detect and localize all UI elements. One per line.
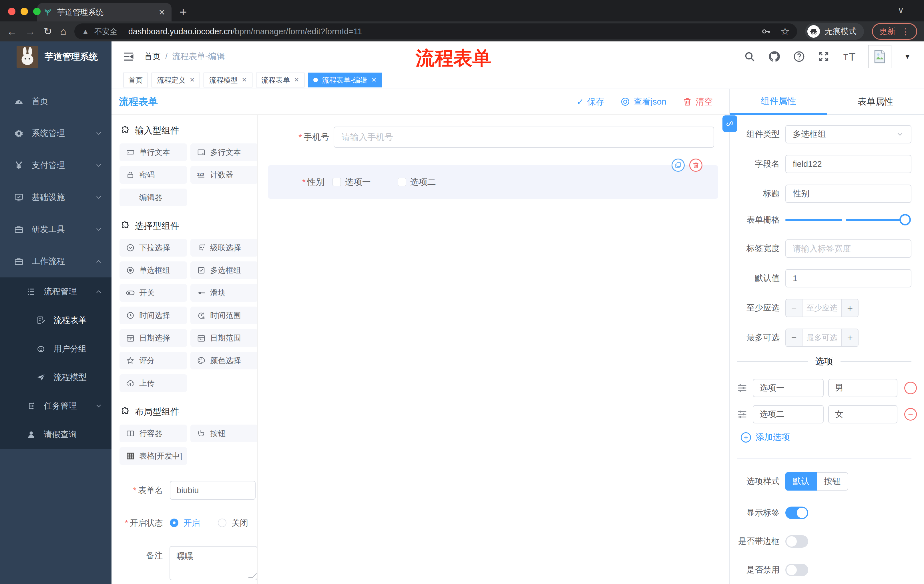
maximize-window-button[interactable] [33, 8, 41, 15]
palette-item-time-picker[interactable]: 时间选择 [119, 307, 187, 324]
min-select-stepper[interactable]: − 至少应选 ＋ [785, 299, 858, 317]
grid-slider[interactable] [785, 219, 909, 221]
plus-button[interactable]: ＋ [842, 329, 858, 346]
drag-handle-icon[interactable] [737, 383, 747, 393]
palette-item-button[interactable]: 按钮 [190, 424, 258, 442]
palette-item-row-container[interactable]: 行容器 [119, 424, 187, 442]
sidebar-item-home[interactable]: 首页 [0, 86, 112, 117]
github-icon[interactable] [768, 50, 780, 63]
palette-item-select[interactable]: 下拉选择 [119, 239, 187, 257]
phone-input[interactable]: 请输入手机号 [333, 127, 714, 148]
sidebar-item-process-model[interactable]: 流程模型 [0, 363, 112, 392]
browser-menu-icon[interactable]: ⋮ [901, 26, 910, 36]
delete-component-button[interactable] [689, 159, 703, 172]
sidebar-item-process-form[interactable]: 流程表单 [0, 306, 112, 335]
font-size-icon[interactable] [842, 51, 855, 63]
tab-form-props[interactable]: 表单属性 [827, 89, 924, 115]
sidebar-item-leave-query[interactable]: 请假查询 [0, 420, 112, 449]
avatar[interactable] [868, 45, 891, 68]
palette-item-rate[interactable]: 评分 [119, 352, 187, 369]
checkbox-icon[interactable] [398, 178, 406, 186]
radio-off[interactable] [218, 518, 226, 527]
palette-item-counter[interactable]: 计数器 [190, 166, 258, 184]
close-icon[interactable]: ✕ [294, 76, 299, 84]
palette-item-radio-group[interactable]: 单选框组 [119, 262, 187, 279]
minus-button[interactable]: − [786, 299, 802, 317]
drag-handle-icon[interactable] [737, 409, 747, 420]
home-button[interactable]: ⌂ [60, 25, 66, 38]
palette-item-editor[interactable]: 编辑器 [119, 189, 187, 206]
copy-component-button[interactable] [672, 159, 685, 172]
palette-item-password[interactable]: 密码 [119, 166, 187, 184]
avatar-caret-icon[interactable]: ▼ [904, 53, 911, 61]
close-window-button[interactable] [8, 8, 15, 15]
gender-checkbox-2[interactable]: 选项二 [398, 176, 436, 188]
palette-item-table[interactable]: 表格[开发中] [119, 447, 187, 465]
new-tab-button[interactable]: + [180, 5, 187, 19]
label-width-input[interactable] [785, 239, 911, 258]
border-toggle[interactable] [785, 535, 808, 548]
search-icon[interactable] [744, 51, 755, 62]
add-option-button[interactable]: + 添加选项 [741, 431, 911, 443]
help-icon[interactable] [793, 51, 805, 63]
radio-on[interactable] [170, 518, 178, 527]
close-icon[interactable]: ✕ [242, 76, 247, 84]
fullscreen-icon[interactable] [818, 51, 830, 63]
sidebar-item-devtools[interactable]: 研发工具 [0, 214, 112, 245]
reload-button[interactable]: ↻ [43, 25, 52, 38]
tab-component-props[interactable]: 组件属性 [730, 89, 827, 115]
browser-update-button[interactable]: 更新 ⋮ [872, 23, 917, 40]
browser-tab[interactable]: 芋道管理系统 ✕ [37, 3, 172, 21]
sidebar-item-payment[interactable]: 支付管理 [0, 150, 112, 181]
tag-process-form[interactable]: 流程表单✕ [256, 72, 304, 87]
remark-textarea[interactable]: 嘿嘿 [170, 546, 257, 580]
palette-item-color-picker[interactable]: 颜色选择 [190, 352, 258, 369]
palette-item-date-range[interactable]: 日期范围 [190, 329, 258, 347]
close-icon[interactable]: ✕ [190, 76, 195, 84]
link-tab[interactable] [723, 115, 737, 132]
tab-close-icon[interactable]: ✕ [159, 8, 165, 17]
window-controls[interactable] [8, 8, 41, 15]
option-value-input[interactable] [828, 405, 898, 423]
tag-home[interactable]: 首页 [123, 72, 148, 87]
component-type-select[interactable]: 多选框组 [785, 125, 911, 143]
close-icon[interactable]: ✕ [371, 76, 376, 84]
option-name-input[interactable] [753, 405, 823, 423]
radio-on-label[interactable]: 开启 [183, 513, 200, 532]
option-name-input[interactable] [753, 379, 823, 397]
breadcrumb-home[interactable]: 首页 [144, 51, 161, 62]
tag-process-definition[interactable]: 流程定义✕ [152, 72, 200, 87]
palette-item-date-picker[interactable]: 日期选择 [119, 329, 187, 347]
sidebar-item-workflow[interactable]: 工作流程 [0, 245, 112, 277]
style-button-button[interactable]: 按钮 [817, 472, 848, 490]
canvas-field-gender-selected[interactable]: *性别 选项一 选项二 [268, 165, 718, 199]
resize-handle[interactable] [247, 573, 257, 578]
view-json-button[interactable]: 查看json [620, 96, 667, 108]
checkbox-icon[interactable] [332, 178, 341, 186]
minimize-window-button[interactable] [21, 8, 28, 15]
default-value-input[interactable] [785, 269, 911, 288]
minus-button[interactable]: − [786, 329, 802, 346]
gender-checkbox-1[interactable]: 选项一 [332, 176, 371, 188]
remove-option-button[interactable]: − [904, 382, 917, 394]
save-button[interactable]: ✓保存 [577, 96, 604, 108]
clear-button[interactable]: 清空 [682, 96, 713, 108]
palette-item-single-text[interactable]: 单行文本 [119, 143, 187, 161]
sidebar-item-user-group[interactable]: 用户分组 [0, 335, 112, 363]
field-name-input[interactable] [785, 155, 911, 173]
sidebar-item-task-mgmt[interactable]: 任务管理 [0, 392, 112, 420]
forward-button[interactable]: → [25, 25, 35, 38]
form-name-input[interactable] [170, 481, 256, 500]
palette-item-checkbox-group[interactable]: 多选框组 [190, 262, 258, 279]
remove-option-button[interactable]: − [904, 408, 917, 421]
show-label-toggle[interactable] [785, 507, 808, 519]
slider-handle[interactable] [899, 214, 911, 225]
palette-item-upload[interactable]: 上传 [119, 374, 187, 392]
radio-off-label[interactable]: 关闭 [231, 513, 248, 532]
tag-process-form-edit[interactable]: 流程表单-编辑✕ [308, 72, 382, 87]
tab-list-chevron-icon[interactable]: ∨ [898, 5, 904, 15]
tag-process-model[interactable]: 流程模型✕ [203, 72, 252, 87]
hamburger-icon[interactable] [122, 51, 134, 63]
palette-item-cascader[interactable]: 级联选择 [190, 239, 258, 257]
sidebar-item-process-mgmt[interactable]: 流程管理 [0, 277, 112, 306]
